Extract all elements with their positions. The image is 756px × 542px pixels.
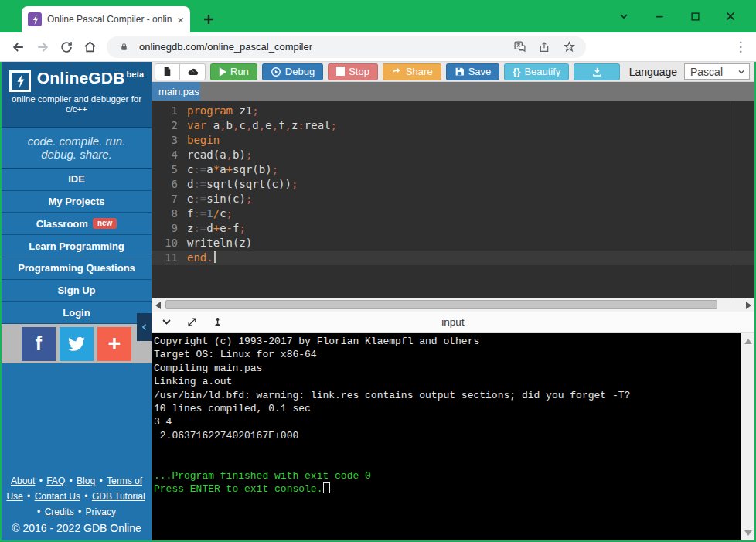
google-plus-icon[interactable]: + bbox=[97, 327, 131, 361]
code-text: read(a,b); bbox=[187, 148, 252, 162]
onlinegdb-logo-icon bbox=[9, 70, 31, 92]
console-line bbox=[154, 456, 741, 469]
run-button[interactable]: Run bbox=[210, 63, 257, 80]
beta-label: beta bbox=[127, 70, 145, 79]
console-collapse-icon[interactable] bbox=[159, 315, 173, 329]
new-tab-button[interactable] bbox=[201, 12, 216, 27]
sidebar-item-sign-up[interactable]: Sign Up bbox=[2, 280, 152, 302]
sidebar: OnlineGDBbeta online compiler and debugg… bbox=[2, 62, 152, 540]
footer-link-about[interactable]: About bbox=[11, 476, 35, 486]
code-line-1[interactable]: 1program z1; bbox=[152, 104, 754, 118]
back-icon[interactable] bbox=[6, 36, 30, 58]
footer-link-gdb-tutorial[interactable]: GDB Tutorial bbox=[92, 491, 145, 502]
code-line-8[interactable]: 8f:=1/c; bbox=[152, 206, 754, 221]
scroll-up-icon[interactable] bbox=[741, 335, 754, 347]
line-number: 7 bbox=[152, 192, 187, 206]
footer-link-blog[interactable]: Blog bbox=[77, 476, 95, 486]
new-file-button[interactable] bbox=[155, 63, 180, 80]
sidebar-item-login[interactable]: Login bbox=[2, 302, 152, 324]
url-text[interactable]: onlinegdb.com/online_pascal_compiler bbox=[139, 41, 504, 53]
code-line-9[interactable]: 9z:=d+e-f; bbox=[152, 221, 754, 236]
code-line-4[interactable]: 4read(a,b); bbox=[152, 148, 754, 162]
sidebar-item-label: Login bbox=[63, 307, 90, 319]
ide-toolbar: Run Debug Stop Share Save {} Beautify bbox=[152, 62, 754, 82]
url-field[interactable]: onlinegdb.com/online_pascal_compiler bbox=[107, 36, 586, 58]
console-line: ...Program finished with exit code 0 bbox=[154, 469, 741, 482]
browser-tab[interactable]: Online Pascal Compiler - online e × bbox=[22, 6, 190, 32]
language-select[interactable]: Pascal bbox=[684, 63, 750, 80]
code-text: writeln(z) bbox=[187, 236, 252, 251]
scroll-left-icon[interactable] bbox=[152, 298, 164, 312]
console-line: /usr/bin/ld.bfd: warning: link.res conta… bbox=[154, 389, 741, 402]
close-icon[interactable] bbox=[713, 2, 748, 31]
line-number: 3 bbox=[152, 133, 187, 148]
lock-icon[interactable] bbox=[114, 38, 133, 56]
tab-title: Online Pascal Compiler - online e bbox=[47, 14, 172, 25]
refresh-icon[interactable] bbox=[54, 36, 78, 58]
language-group: Language Pascal bbox=[629, 63, 751, 80]
sidebar-item-programming-questions[interactable]: Programming Questions bbox=[2, 257, 152, 280]
console-output[interactable]: Copyright (c) 1993-2017 by Florian Klaem… bbox=[152, 333, 741, 540]
bookmark-star-icon[interactable] bbox=[560, 38, 578, 56]
browser-titlebar: Online Pascal Compiler - online e × bbox=[0, 0, 756, 32]
console-vertical-scrollbar[interactable] bbox=[741, 333, 754, 540]
footer-link-contact-us[interactable]: Contact Us bbox=[35, 491, 80, 502]
footer-link-faq[interactable]: FAQ bbox=[46, 476, 65, 486]
translate-icon[interactable] bbox=[510, 38, 529, 56]
code-text: c:=a*a+sqr(b); bbox=[187, 162, 278, 177]
chevron-down-icon bbox=[737, 67, 746, 77]
maximize-icon[interactable] bbox=[677, 2, 713, 31]
save-button[interactable]: Save bbox=[446, 63, 500, 80]
file-tab-main-pas[interactable]: main.pas bbox=[152, 82, 200, 101]
sidebar-header: OnlineGDBbeta online compiler and debugg… bbox=[2, 62, 152, 127]
social-strip: f + bbox=[2, 324, 152, 363]
code-line-10[interactable]: 10writeln(z) bbox=[152, 236, 754, 251]
horizontal-scroll-thumb[interactable] bbox=[165, 300, 717, 309]
facebook-icon[interactable]: f bbox=[22, 327, 56, 361]
window-controls bbox=[606, 2, 748, 31]
code-text: d:=sqrt(sqrt(c)); bbox=[187, 177, 298, 192]
window-chevron-icon[interactable] bbox=[606, 2, 642, 31]
main-area: Run Debug Stop Share Save {} Beautify bbox=[152, 62, 754, 540]
code-line-3[interactable]: 3begin bbox=[152, 133, 754, 148]
scroll-right-icon[interactable] bbox=[742, 298, 754, 312]
download-button[interactable] bbox=[574, 63, 620, 80]
sidebar-item-label: Sign Up bbox=[57, 285, 95, 296]
share-button[interactable]: Share bbox=[383, 63, 441, 80]
line-number: 4 bbox=[152, 148, 187, 162]
line-number: 11 bbox=[152, 251, 187, 265]
console-input-label: input bbox=[441, 316, 464, 328]
debug-button[interactable]: Debug bbox=[262, 63, 323, 80]
sidebar-item-learn-programming[interactable]: Learn Programming bbox=[2, 235, 152, 257]
code-line-7[interactable]: 7e:=sin(c); bbox=[152, 192, 754, 206]
sidebar-item-ide[interactable]: IDE bbox=[2, 169, 152, 191]
share-page-icon[interactable] bbox=[535, 38, 553, 56]
tab-close-icon[interactable]: × bbox=[177, 14, 184, 26]
footer-link-privacy[interactable]: Privacy bbox=[86, 506, 116, 517]
home-icon[interactable] bbox=[78, 36, 102, 58]
footer-link-credits[interactable]: Credits bbox=[45, 506, 74, 517]
code-line-5[interactable]: 5c:=a*a+sqr(b); bbox=[152, 162, 754, 177]
console-line bbox=[154, 442, 741, 455]
scroll-down-icon[interactable] bbox=[741, 527, 754, 539]
code-line-6[interactable]: 6d:=sqrt(sqrt(c)); bbox=[152, 177, 754, 192]
sidebar-collapse-icon[interactable] bbox=[137, 313, 152, 341]
forward-icon[interactable] bbox=[30, 36, 54, 58]
upload-button[interactable] bbox=[180, 63, 206, 80]
beautify-button[interactable]: {} Beautify bbox=[504, 63, 569, 80]
editor-horizontal-scrollbar[interactable] bbox=[152, 298, 754, 312]
code-line-2[interactable]: 2var a,b,c,d,e,f,z:real; bbox=[152, 118, 754, 133]
twitter-icon[interactable] bbox=[60, 327, 94, 361]
stop-button[interactable]: Stop bbox=[328, 63, 378, 80]
browser-menu-icon[interactable]: ⋮ bbox=[731, 39, 750, 55]
console-input-device-icon[interactable] bbox=[210, 315, 224, 329]
console-expand-icon[interactable] bbox=[185, 315, 199, 329]
minimize-icon[interactable] bbox=[642, 2, 677, 31]
sidebar-item-my-projects[interactable]: My Projects bbox=[2, 191, 152, 213]
code-line-11[interactable]: 11end. bbox=[152, 251, 754, 265]
brand-motto: code. compile. run. debug. share. bbox=[2, 127, 152, 169]
code-editor[interactable]: 1program z1;2var a,b,c,d,e,f,z:real;3beg… bbox=[152, 101, 754, 298]
sidebar-item-classroom[interactable]: Classroomnew bbox=[2, 213, 152, 235]
console-line: Target OS: Linux for x86-64 bbox=[154, 348, 741, 361]
console-wrap: Copyright (c) 1993-2017 by Florian Klaem… bbox=[152, 333, 754, 540]
